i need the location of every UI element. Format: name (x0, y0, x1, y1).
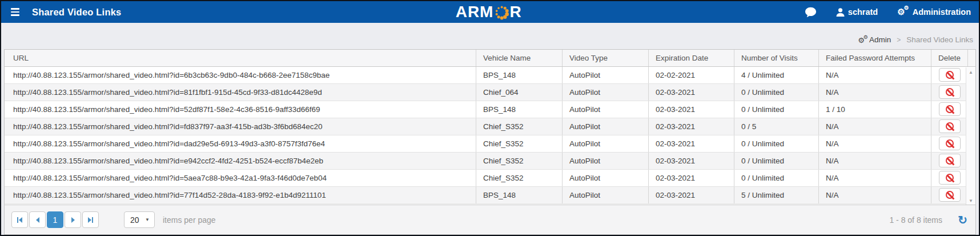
administration-menu[interactable]: ⚙⚙ Administration (897, 7, 971, 17)
armor-logo: ARM R (456, 3, 522, 21)
range-label: 1 - 8 of 8 items (889, 215, 942, 225)
vertical-scrollbar[interactable]: ▲ ▼ (966, 67, 975, 206)
cell-type: AutoPilot (563, 135, 649, 152)
chevron-down-icon: ▼ (145, 217, 150, 222)
cell-vehicle: Chief_S352 (476, 135, 563, 152)
cell-expiration: 02-02-2021 (649, 67, 734, 83)
user-menu[interactable]: schratd (836, 7, 878, 17)
cell-expiration: 02-03-2021 (649, 187, 734, 203)
cell-type: AutoPilot (563, 101, 649, 118)
prohibition-icon (946, 191, 954, 199)
cell-expiration: 02-03-2021 (649, 170, 734, 186)
cell-expiration: 02-03-2021 (649, 101, 734, 118)
last-page-button[interactable] (82, 211, 99, 228)
cell-type: AutoPilot (563, 187, 649, 203)
menu-icon[interactable] (10, 7, 21, 17)
column-header-expiration[interactable]: Expiration Date (649, 50, 734, 66)
cell-vehicle: Chief_S352 (476, 118, 563, 135)
prohibition-icon (946, 139, 954, 147)
cell-visits: 0 / Unlimited (734, 101, 819, 118)
next-page-button[interactable] (65, 211, 81, 228)
column-header-vehicle[interactable]: Vehicle Name (476, 50, 563, 66)
prohibition-icon (946, 105, 954, 113)
cell-failed: 1 / 10 (819, 101, 931, 118)
prev-page-icon (36, 217, 39, 223)
cell-vehicle: Chief_S352 (476, 170, 563, 186)
cell-visits: 5 / Unlimited (734, 187, 819, 203)
logo-text-r: R (509, 3, 521, 21)
delete-button[interactable] (939, 137, 961, 150)
navbar-left: Shared Video Links (1, 7, 121, 18)
delete-button[interactable] (939, 85, 961, 99)
cell-type: AutoPilot (563, 118, 649, 135)
page-size-value: 20 (130, 215, 139, 225)
logo-text-arm: ARM (456, 3, 494, 21)
column-header-visits[interactable]: Number of Visits (734, 50, 819, 66)
next-page-icon (71, 217, 75, 223)
cell-vehicle: BPS_148 (476, 187, 563, 203)
table-row: http://40.88.123.155/armor/shared_video.… (5, 84, 975, 101)
shared-links-grid: URL Vehicle Name Video Type Expiration D… (4, 49, 976, 235)
page-1-button[interactable]: 1 (47, 211, 63, 228)
items-per-page-label: items per page (163, 215, 216, 225)
cell-delete (931, 118, 967, 135)
cell-failed: N/A (819, 118, 931, 135)
cell-delete (931, 101, 967, 118)
first-page-icon (19, 217, 22, 223)
cell-failed: N/A (819, 187, 931, 203)
navbar-right: schratd ⚙⚙ Administration (805, 7, 979, 18)
cell-url: http://40.88.123.155/armor/shared_video.… (5, 170, 476, 186)
table-row: http://40.88.123.155/armor/shared_video.… (5, 101, 975, 118)
column-header-failed[interactable]: Failed Password Attempts (819, 50, 931, 66)
pager: 1 20 ▼ items per page 1 - 8 of 8 items ↻ (5, 205, 975, 234)
breadcrumb-current: Shared Video Links (906, 35, 973, 44)
column-header-video-type[interactable]: Video Type (563, 50, 649, 66)
cell-failed: N/A (819, 153, 931, 169)
chat-icon[interactable] (805, 7, 817, 18)
cell-visits: 0 / Unlimited (734, 84, 819, 101)
table-row: http://40.88.123.155/armor/shared_video.… (5, 170, 975, 187)
cell-vehicle: BPS_148 (476, 101, 563, 118)
scroll-up-icon[interactable]: ▲ (969, 67, 973, 77)
cell-type: AutoPilot (563, 84, 649, 101)
delete-button[interactable] (939, 68, 961, 82)
cell-expiration: 02-03-2021 (649, 118, 734, 135)
delete-button[interactable] (939, 154, 961, 167)
cell-url: http://40.88.123.155/armor/shared_video.… (5, 187, 476, 203)
cell-url: http://40.88.123.155/armor/shared_video.… (5, 153, 476, 169)
table-row: http://40.88.123.155/armor/shared_video.… (5, 67, 975, 84)
prohibition-icon (946, 71, 954, 79)
column-header-delete: Delete (931, 50, 967, 66)
delete-button[interactable] (939, 171, 961, 185)
cell-type: AutoPilot (563, 153, 649, 169)
column-header-url[interactable]: URL (5, 50, 476, 66)
refresh-icon[interactable]: ↻ (958, 214, 967, 226)
cell-expiration: 02-03-2021 (649, 153, 734, 169)
delete-button[interactable] (939, 102, 961, 116)
cell-delete (931, 187, 967, 203)
user-icon (836, 8, 845, 17)
cell-delete (931, 153, 967, 169)
prev-page-button[interactable] (29, 211, 46, 228)
prohibition-icon (946, 88, 954, 96)
administration-label: Administration (913, 7, 971, 17)
grid-body: http://40.88.123.155/armor/shared_video.… (5, 67, 975, 205)
breadcrumb-separator: > (897, 36, 901, 44)
cell-url: http://40.88.123.155/armor/shared_video.… (5, 118, 476, 135)
breadcrumb-admin-link[interactable]: Admin (869, 35, 891, 44)
cell-url: http://40.88.123.155/armor/shared_video.… (5, 135, 476, 152)
table-row: http://40.88.123.155/armor/shared_video.… (5, 135, 975, 153)
first-page-button[interactable] (11, 211, 28, 228)
prohibition-icon (946, 122, 954, 130)
breadcrumb: ⚙⚙ Admin > Shared Video Links (1, 23, 979, 49)
cell-type: AutoPilot (563, 67, 649, 83)
prohibition-icon (946, 157, 954, 165)
delete-button[interactable] (939, 119, 961, 133)
delete-button[interactable] (939, 188, 961, 202)
cell-vehicle: BPS_148 (476, 67, 563, 83)
cell-expiration: 02-03-2021 (649, 135, 734, 152)
cell-url: http://40.88.123.155/armor/shared_video.… (5, 101, 476, 118)
page-size-dropdown[interactable]: 20 ▼ (124, 211, 155, 228)
prohibition-icon (946, 174, 954, 182)
logo-dotted-o-icon (494, 5, 509, 20)
